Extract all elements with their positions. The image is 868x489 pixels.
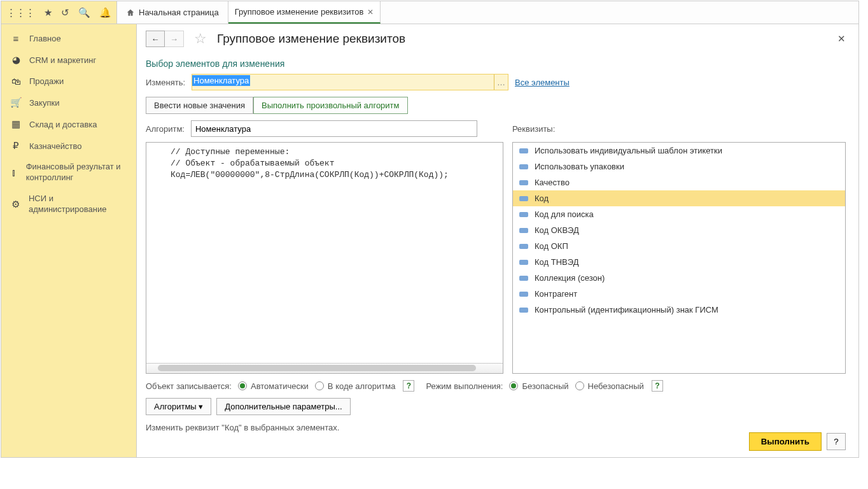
field-icon [519,148,528,153]
field-icon [519,308,528,313]
sidebar-item-warehouse[interactable]: ▦Склад и доставка [1,113,136,135]
home-tab-label: Начальная страница [139,8,219,17]
field-icon [519,196,528,201]
ruble-icon: ₽ [10,140,22,152]
mode-row: Объект записывается: Автоматически В код… [146,380,846,392]
change-value: Номенклатура [192,75,250,86]
footer: Выполнить ? [146,432,846,451]
tab-new-values[interactable]: Ввести новые значения [146,97,253,114]
close-page-icon[interactable]: ✕ [837,33,846,45]
requisite-item[interactable]: Использовать индивидуальный шаблон этике… [513,143,845,159]
horizontal-scrollbar[interactable] [146,363,503,373]
main-content: ← → ☆ Групповое изменение реквизитов ✕ В… [137,24,858,457]
favorite-icon[interactable]: ★ [44,7,52,18]
tabs-area: Начальная страница Групповое изменение р… [117,1,381,24]
sidebar-item-nsi[interactable]: ⚙НСИ и администрирование [1,188,136,220]
requisite-item[interactable]: Код ОКП [513,238,845,254]
sidebar-item-crm[interactable]: ◕CRM и маркетинг [1,49,136,71]
buttons-row: Алгоритмы ▾ Дополнительные параметры... [146,398,846,415]
sidebar-item-main[interactable]: ≡Главное [1,28,136,49]
requisite-item-selected[interactable]: Код [513,190,845,206]
change-label: Изменять: [146,78,185,87]
cart-icon: 🛒 [10,97,22,108]
status-text: Изменить реквизит "Код" в выбранных элем… [146,423,846,432]
history-icon[interactable]: ↺ [61,7,69,18]
sidebar-item-treasury[interactable]: ₽Казначейство [1,135,136,157]
algo-input[interactable] [191,120,477,137]
nav-forward-button: → [165,31,184,47]
radio-unsafe[interactable]: Небезопасный [575,381,644,391]
field-icon [519,180,528,185]
gear-icon: ⚙ [10,199,21,210]
section-title: Выбор элементов для изменения [146,59,846,69]
menu-icon: ≡ [10,33,22,44]
requisites-list[interactable]: Использовать индивидуальный шаблон этике… [512,142,846,374]
page-title: Групповое изменение реквизитов [217,32,405,46]
sidebar-item-sales[interactable]: 🛍Продажи [1,71,136,92]
requisite-item[interactable]: Коллекция (сезон) [513,270,845,286]
requisites-label: Реквизиты: [512,124,846,134]
home-icon [126,8,135,17]
bag-icon: 🛍 [10,76,22,87]
requisite-item[interactable]: Контрагент [513,286,845,302]
sidebar-item-finance[interactable]: ⫿Финансовый результат и контроллинг [1,157,136,188]
grid-icon: ▦ [10,118,22,130]
select-button[interactable]: … [494,74,508,90]
bell-icon[interactable]: 🔔 [99,7,111,18]
requisite-item[interactable]: Контрольный (идентификационный) знак ГИС… [513,302,845,318]
tab-algorithm[interactable]: Выполнить произвольный алгоритм [253,97,407,114]
execute-button[interactable]: Выполнить [749,432,822,451]
active-tab[interactable]: Групповое изменение реквизитов ✕ [228,1,381,24]
radio-auto[interactable]: Автоматически [238,381,309,391]
algorithm-row: Алгоритм: Реквизиты: [146,120,846,137]
help-button[interactable]: ? [827,433,846,450]
requisite-item[interactable]: Качество [513,174,845,190]
requisite-item[interactable]: Использовать упаковки [513,159,845,174]
field-icon [519,212,528,217]
field-icon [519,276,528,281]
star-icon[interactable]: ☆ [194,31,207,47]
change-row: Изменять: Номенклатура … Все элементы [146,74,846,90]
field-icon [519,244,528,249]
mode-label: Режим выполнения: [426,381,503,391]
change-field[interactable]: Номенклатура … [192,74,508,90]
chart-icon: ⫿ [10,167,18,178]
field-icon [519,292,528,297]
algorithms-menu[interactable]: Алгоритмы ▾ [146,398,211,415]
header-bar: ⋮⋮⋮ ★ ↺ 🔍 🔔 Начальная страница Групповое… [1,1,858,24]
search-icon[interactable]: 🔍 [78,7,90,18]
write-label: Объект записывается: [146,381,232,391]
home-tab[interactable]: Начальная страница [117,1,228,24]
help-mode-icon[interactable]: ? [652,380,663,392]
sidebar: ≡Главное ◕CRM и маркетинг 🛍Продажи 🛒Заку… [1,24,137,457]
radio-in-code[interactable]: В коде алгоритма [315,381,396,391]
field-icon [519,228,528,233]
field-icon [519,164,528,169]
code-editor[interactable]: // Доступные переменные:// Объект - обра… [146,142,503,374]
pie-icon: ◕ [10,54,22,66]
toolbar-quick-icons: ⋮⋮⋮ ★ ↺ 🔍 🔔 [1,1,117,24]
mode-tabs: Ввести новые значения Выполнить произвол… [146,97,846,114]
help-write-icon[interactable]: ? [403,380,414,392]
active-tab-label: Групповое изменение реквизитов [235,7,364,17]
nav-back-button[interactable]: ← [146,31,165,47]
apps-icon[interactable]: ⋮⋮⋮ [6,7,35,18]
extra-params-button[interactable]: Дополнительные параметры... [216,398,350,415]
requisite-item[interactable]: Код ТНВЭД [513,254,845,270]
chevron-down-icon: ▾ [199,402,203,411]
requisite-item[interactable]: Код ОКВЭД [513,222,845,238]
title-row: ← → ☆ Групповое изменение реквизитов ✕ [146,31,846,47]
all-elements-link[interactable]: Все элементы [515,78,570,87]
field-icon [519,260,528,265]
sidebar-item-purchases[interactable]: 🛒Закупки [1,92,136,113]
close-tab-icon[interactable]: ✕ [367,8,374,17]
requisite-item[interactable]: Код для поиска [513,206,845,222]
algo-label: Алгоритм: [146,124,185,134]
radio-safe[interactable]: Безопасный [509,381,568,391]
